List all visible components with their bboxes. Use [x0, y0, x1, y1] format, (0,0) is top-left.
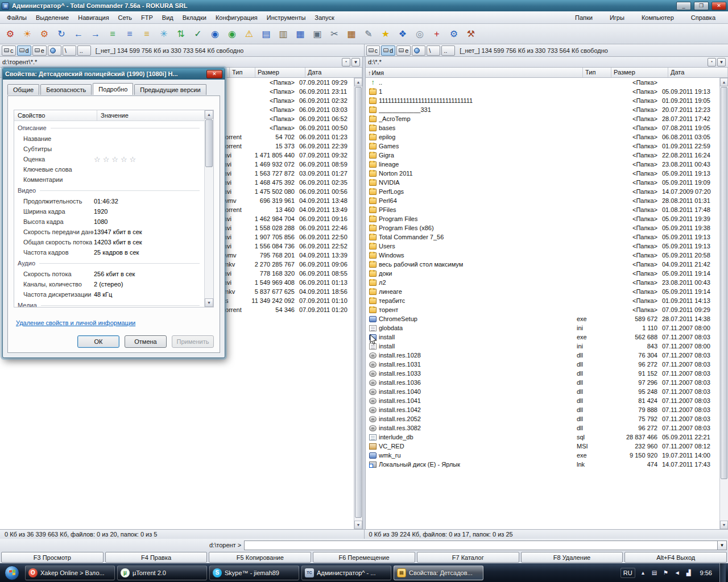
tab-Общие[interactable]: Общие	[7, 84, 39, 95]
menu-item-FTP[interactable]: FTP	[136, 13, 158, 23]
flag-icon[interactable]: ⚑	[662, 569, 670, 577]
menu-item-Вид[interactable]: Вид	[158, 13, 178, 23]
taskbar-button-totalcmd[interactable]: TCАдминистратор^ - ...	[301, 566, 391, 580]
menu-item-Инструменты[interactable]: Инструменты	[262, 13, 311, 23]
file-row[interactable]: Perl64<Папка>28.08.2011 01:31	[366, 196, 719, 205]
grid-scroll-up-icon[interactable]: ▲	[205, 110, 213, 119]
file-row[interactable]: installexe562 68807.11.2007 08:03	[366, 332, 719, 342]
property-value[interactable]: 2 (стерео)	[94, 281, 204, 288]
left-scroll-track[interactable]	[354, 86, 362, 521]
file-row[interactable]: _AcroTemp<Папка>28.07.2011 17:42	[366, 114, 719, 123]
menu-item-Конфигурация[interactable]: Конфигурация	[211, 13, 262, 23]
user-menu-Справка[interactable]: Справка	[686, 13, 720, 23]
grid-scroll-down-icon[interactable]: ▼	[205, 298, 213, 307]
drive-button-d[interactable]: d	[381, 45, 395, 56]
keyboard-icon[interactable]: ▤	[651, 569, 659, 577]
file-row[interactable]: ____________331<Папка>20.07.2011 12:23	[366, 105, 719, 114]
left-history-button[interactable]: ▼	[351, 58, 360, 66]
right-filter-button[interactable]: *	[708, 58, 716, 66]
scissors-icon[interactable]: ✂	[326, 26, 343, 42]
taskbar-clock[interactable]: 9:56	[697, 569, 715, 576]
network-icon[interactable]: ▟	[685, 569, 693, 577]
file-row[interactable]: install.res.1031dll96 27207.11.2007 08:0…	[366, 360, 719, 369]
file-row[interactable]: Games<Папка>01.09.2011 22:59	[366, 142, 719, 151]
stack-yellow-icon[interactable]: ≡	[138, 26, 155, 42]
grid-header-property[interactable]: Свойство	[14, 110, 97, 120]
calc-icon[interactable]: ▦	[343, 26, 360, 42]
volume-icon[interactable]: ◄	[673, 569, 681, 577]
file-row[interactable]: install.res.1040dll95 24807.11.2007 08:0…	[366, 387, 719, 396]
property-value[interactable]: 1920	[94, 208, 204, 215]
user-menu-Папки[interactable]: Папки	[570, 13, 597, 23]
right-path-bar[interactable]: d:\*.* * ▼	[366, 57, 728, 68]
nav-button-root[interactable]: \	[63, 45, 76, 56]
sort-updown-icon[interactable]: ⇅	[172, 26, 189, 42]
globe-blue-icon[interactable]: ◉	[206, 26, 224, 42]
function-key-F8[interactable]: F8 Удаление	[521, 552, 623, 563]
file-row[interactable]: Локальный диск (E) - Ярлыкlnk47414.07.20…	[366, 460, 719, 469]
hammer-icon[interactable]: ⚒	[462, 26, 479, 42]
globe-green-icon[interactable]: ◉	[224, 26, 241, 42]
drive-button-e[interactable]: e	[396, 45, 411, 56]
tab-Предыдущие версии[interactable]: Предыдущие версии	[134, 84, 206, 95]
file-row[interactable]: PerfLogs<Папка>14.07.2009 07:20	[366, 187, 719, 196]
grid-scroll-thumb[interactable]	[205, 119, 213, 167]
minimize-button[interactable]: _	[676, 2, 691, 10]
cancel-button[interactable]: Отмена	[125, 335, 167, 348]
start-button[interactable]	[1, 564, 23, 581]
star-icon[interactable]: ★	[377, 26, 394, 42]
menu-item-Навигация[interactable]: Навигация	[73, 13, 113, 23]
taskbar-button-skype[interactable]: SSkype™ - jiemah89	[209, 566, 299, 580]
taskbar-button-utorrent[interactable]: µµTorrent 2.0	[117, 566, 207, 580]
right-column-type[interactable]: Тип	[583, 68, 611, 77]
forward-icon[interactable]: →	[87, 26, 104, 42]
file-row[interactable]: install.res.3082dll96 27207.11.2007 08:0…	[366, 423, 719, 433]
sun-orange-icon[interactable]: ☀	[19, 26, 36, 42]
file-row[interactable]: Windows<Папка>05.09.2011 20:58	[366, 251, 719, 260]
file-row[interactable]: Gigra<Папка>22.08.2011 16:24	[366, 151, 719, 160]
stack-green-icon[interactable]: ≡	[104, 26, 121, 42]
menu-item-Сеть[interactable]: Сеть	[114, 13, 136, 23]
file-row[interactable]: lineage<Папка>23.08.2011 00:43	[366, 160, 719, 169]
file-row[interactable]: ↑..<Папка>	[366, 78, 719, 87]
property-value[interactable]: 13947 кбит в сек	[94, 228, 204, 235]
close-button[interactable]: ✕	[712, 2, 726, 10]
add-red-icon[interactable]: +	[428, 26, 445, 42]
menu-item-Запуск[interactable]: Запуск	[310, 13, 338, 23]
right-scroll-up-icon[interactable]: ▲	[720, 78, 728, 86]
right-column-date[interactable]: Дата	[668, 68, 728, 77]
remove-properties-link[interactable]: Удаление свойств и личной информации	[16, 319, 135, 326]
gear-red-icon[interactable]: ⚙	[2, 26, 19, 42]
file-row[interactable]: терабитс<Папка>01.09.2011 14:13	[366, 296, 719, 305]
file-row[interactable]: л2<Папка>23.08.2011 00:43	[366, 278, 719, 287]
nav-button-up[interactable]: ..	[441, 45, 455, 56]
function-key-F3[interactable]: F3 Просмотр	[1, 552, 104, 563]
file-row[interactable]: 1111111111111111111111111111111<Папка>01…	[366, 96, 719, 105]
function-key-F6[interactable]: F6 Перемещение	[313, 552, 415, 563]
file-row[interactable]: Total Commander 7_56<Папка>05.09.2011 19…	[366, 232, 719, 242]
diskette-icon[interactable]: ▣	[309, 26, 326, 42]
file-row[interactable]: installini84307.11.2007 08:00	[366, 342, 719, 351]
grid-icon[interactable]: ▦	[292, 26, 309, 42]
file-row[interactable]: bases<Папка>07.08.2011 19:05	[366, 123, 719, 132]
ok-button[interactable]: ОК	[77, 335, 119, 348]
file-row[interactable]: доки<Папка>05.09.2011 19:14	[366, 269, 719, 278]
property-value[interactable]: 256 кбит в сек	[94, 271, 204, 277]
taskbar-button-properties[interactable]: ▤Свойства: Детсадов...	[394, 566, 483, 580]
file-row[interactable]: install.res.1036dll97 29607.11.2007 08:0…	[366, 378, 719, 387]
menu-item-Файлы[interactable]: Файлы	[2, 13, 31, 23]
drive-button-d[interactable]: d	[17, 45, 31, 56]
drive-button-c[interactable]: c	[366, 45, 380, 56]
cd-drive-button[interactable]	[48, 45, 61, 56]
function-key-F7[interactable]: F7 Каталог	[417, 552, 519, 563]
drive-button-e[interactable]: e	[32, 45, 47, 56]
right-scroll-thumb[interactable]	[721, 87, 727, 479]
gear-orange-icon[interactable]: ⚙	[36, 26, 53, 42]
right-column-name[interactable]: ↑Имя	[366, 68, 583, 77]
drive-button-c[interactable]: c	[2, 45, 16, 56]
file-row[interactable]: 1<Папка>05.09.2011 19:13	[366, 87, 719, 96]
file-row[interactable]: install.res.1028dll76 30407.11.2007 08:0…	[366, 351, 719, 360]
notes-icon[interactable]: ✎	[360, 26, 377, 42]
file-row[interactable]: весь рабочий стол максимум<Папка>04.09.2…	[366, 260, 719, 269]
cd-drive-button[interactable]	[412, 45, 425, 56]
